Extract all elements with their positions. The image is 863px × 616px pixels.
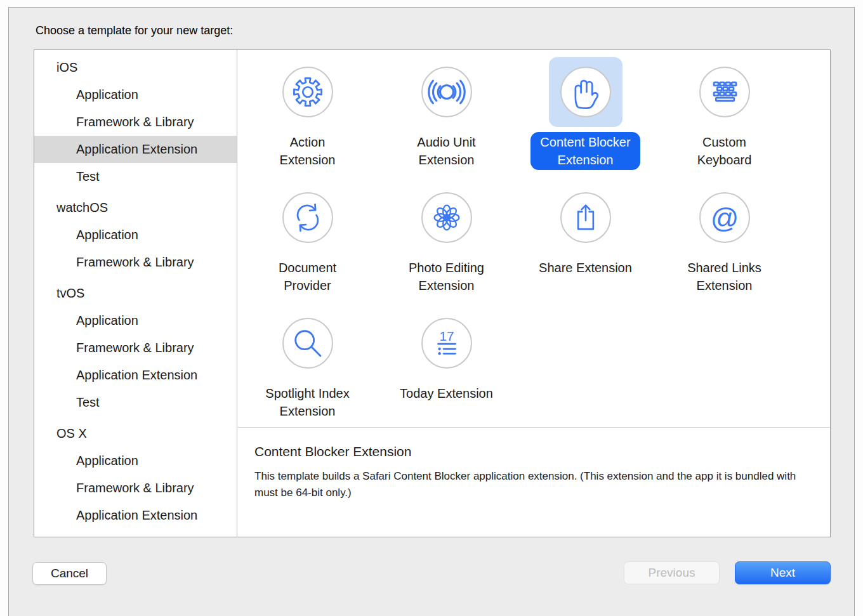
template-tile-action-extension[interactable]: ActionExtension <box>238 50 377 176</box>
sidebar-group-osx: OS X Application Framework & Library App… <box>34 420 237 529</box>
sidebar-group-ios: iOS Application Framework & Library Appl… <box>34 54 237 190</box>
sidebar-header-tvos: tvOS <box>34 280 237 307</box>
template-label: DocumentProvider <box>269 258 346 296</box>
template-tile-spotlight-index-extension[interactable]: Spotlight IndexExtension <box>238 301 377 427</box>
cancel-button[interactable]: Cancel <box>32 562 107 585</box>
template-description-title: Content Blocker Extension <box>254 444 811 459</box>
today-list-icon: 17 <box>427 324 466 363</box>
keyboard-icon <box>702 70 747 114</box>
template-label: Today Extension <box>390 383 503 403</box>
at-sign-icon: @ <box>705 198 744 237</box>
template-tile-share-extension[interactable]: Share Extension <box>516 176 655 301</box>
template-icon-circle <box>560 192 611 243</box>
template-icon-circle <box>560 67 611 117</box>
screen: Choose a template for your new target: i… <box>0 0 863 616</box>
template-tile-audio-unit-extension[interactable]: Audio UnitExtension <box>377 50 516 176</box>
template-description-pane: Content Blocker Extension This template … <box>238 427 830 537</box>
template-tile-today-extension[interactable]: 17 Today Extension <box>377 301 516 427</box>
svg-text:@: @ <box>710 202 739 233</box>
sidebar-item-tvos-test[interactable]: Test <box>34 389 237 416</box>
gear-icon <box>288 72 327 112</box>
template-icon-circle: @ <box>699 192 750 243</box>
template-label: Photo EditingExtension <box>399 258 494 296</box>
template-label: ActionExtension <box>270 132 345 170</box>
template-icon-circle: 17 <box>421 318 472 369</box>
template-label: Audio UnitExtension <box>407 132 485 170</box>
template-label: Shared LinksExtension <box>678 258 771 296</box>
sidebar-item-osx-application[interactable]: Application <box>34 447 237 475</box>
sidebar-group-tvos: tvOS Application Framework & Library App… <box>34 280 237 416</box>
sidebar-item-tvos-application[interactable]: Application <box>34 307 237 334</box>
sidebar-item-ios-application-extension[interactable]: Application Extension <box>34 136 237 163</box>
template-tile-content-blocker-extension[interactable]: Content BlockerExtension <box>516 50 655 176</box>
sidebar-header-osx: OS X <box>34 420 237 447</box>
template-chooser-panel: iOS Application Framework & Library Appl… <box>34 49 831 537</box>
audio-waves-icon <box>424 69 470 115</box>
template-icon-circle <box>421 67 472 117</box>
next-button[interactable]: Next <box>735 561 831 584</box>
template-icon-circle <box>699 67 750 117</box>
sidebar-header-watchos: watchOS <box>34 194 237 221</box>
template-tile-photo-editing-extension[interactable]: Photo EditingExtension <box>377 176 516 301</box>
sidebar-item-watchos-application[interactable]: Application <box>34 221 237 249</box>
platform-sidebar: iOS Application Framework & Library Appl… <box>34 50 237 537</box>
new-target-dialog: Choose a template for your new target: i… <box>8 7 855 616</box>
hand-icon <box>566 72 605 112</box>
photos-flower-icon <box>427 198 466 237</box>
magnifier-icon <box>287 322 329 364</box>
sidebar-group-watchos: watchOS Application Framework & Library <box>34 194 237 276</box>
svg-text:17: 17 <box>439 329 454 343</box>
sidebar-item-osx-application-extension[interactable]: Application Extension <box>34 502 237 529</box>
template-label: Share Extension <box>529 258 642 278</box>
sync-arrows-icon <box>288 198 327 237</box>
sidebar-item-ios-test[interactable]: Test <box>34 163 237 190</box>
sidebar-item-osx-framework-library[interactable]: Framework & Library <box>34 475 237 502</box>
sidebar-item-tvos-application-extension[interactable]: Application Extension <box>34 362 237 389</box>
share-icon <box>567 199 605 237</box>
template-label-selected: Content BlockerExtension <box>530 132 640 170</box>
template-icon-circle <box>282 192 333 243</box>
sidebar-header-ios: iOS <box>34 54 237 81</box>
template-tile-custom-keyboard[interactable]: CustomKeyboard <box>655 50 794 176</box>
template-label: Spotlight IndexExtension <box>256 383 359 421</box>
template-icon-circle <box>421 192 472 243</box>
previous-button[interactable]: Previous <box>624 561 720 584</box>
dialog-title: Choose a template for your new target: <box>36 24 233 37</box>
sidebar-item-ios-framework-library[interactable]: Framework & Library <box>34 108 237 136</box>
template-description-body: This template builds a Safari Content Bl… <box>254 468 811 501</box>
sidebar-item-ios-application[interactable]: Application <box>34 81 237 108</box>
template-label: CustomKeyboard <box>688 132 761 170</box>
template-grid: ActionExtension <box>238 50 831 427</box>
template-tile-shared-links-extension[interactable]: @ Shared LinksExtension <box>655 176 794 301</box>
template-icon-circle <box>282 67 333 117</box>
template-icon-circle <box>282 318 333 369</box>
sidebar-item-watchos-framework-library[interactable]: Framework & Library <box>34 249 237 276</box>
sidebar-item-tvos-framework-library[interactable]: Framework & Library <box>34 334 237 362</box>
template-tile-document-provider[interactable]: DocumentProvider <box>238 176 377 301</box>
